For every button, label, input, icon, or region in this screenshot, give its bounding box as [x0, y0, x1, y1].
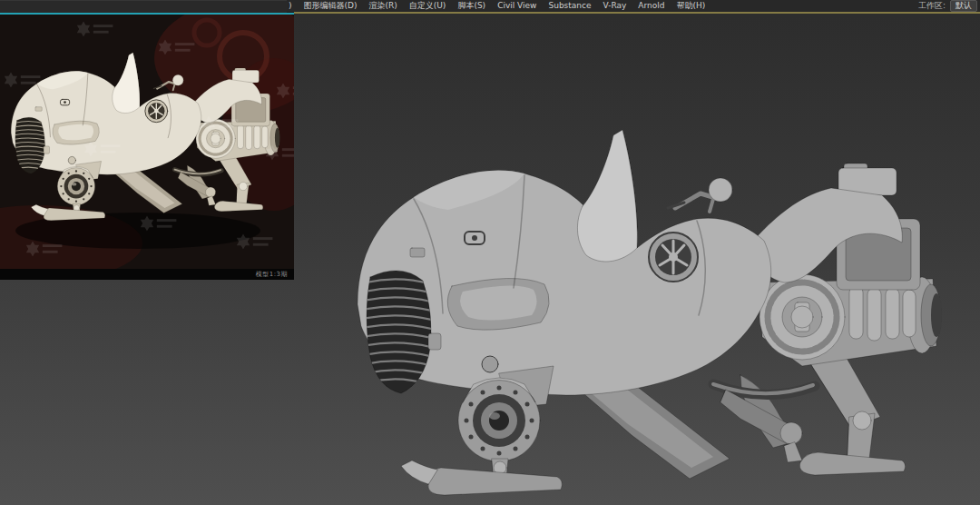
perspective-viewport[interactable] — [294, 14, 980, 505]
menu-item-graph-editors[interactable]: 图形编辑器(D) — [304, 0, 358, 12]
workspace-value-dropdown[interactable]: 默认 — [950, 0, 977, 12]
viewport-3d-model — [294, 14, 980, 505]
workspace-label: 工作区: — [918, 0, 946, 12]
menu-item-rendering[interactable]: 渲染(R) — [368, 0, 397, 12]
application-window: ) 图形编辑器(D) 渲染(R) 自定义(U) 脚本(S) Civil View… — [0, 0, 980, 505]
menu-item-civil-view[interactable]: Civil View — [497, 0, 536, 12]
menu-item-vray[interactable]: V-Ray — [603, 0, 627, 12]
active-viewport-border — [294, 12, 980, 14]
menu-item-arnold[interactable]: Arnold — [638, 0, 664, 12]
reference-render-image[interactable] — [0, 15, 294, 269]
workspace-area: 工作区: 默认 — [918, 0, 980, 12]
reference-render-scene — [0, 15, 294, 269]
reference-caption: 模型1:3期 — [0, 269, 294, 280]
reference-window[interactable]: 模型1:3期 — [0, 0, 294, 280]
menu-item-scripting[interactable]: 脚本(S) — [457, 0, 485, 12]
reference-window-titlebar[interactable] — [0, 0, 287, 13]
menu-item-substance[interactable]: Substance — [548, 0, 591, 12]
menu-item-help[interactable]: 帮助(H) — [676, 0, 705, 12]
menu-item-customize[interactable]: 自定义(U) — [409, 0, 446, 12]
